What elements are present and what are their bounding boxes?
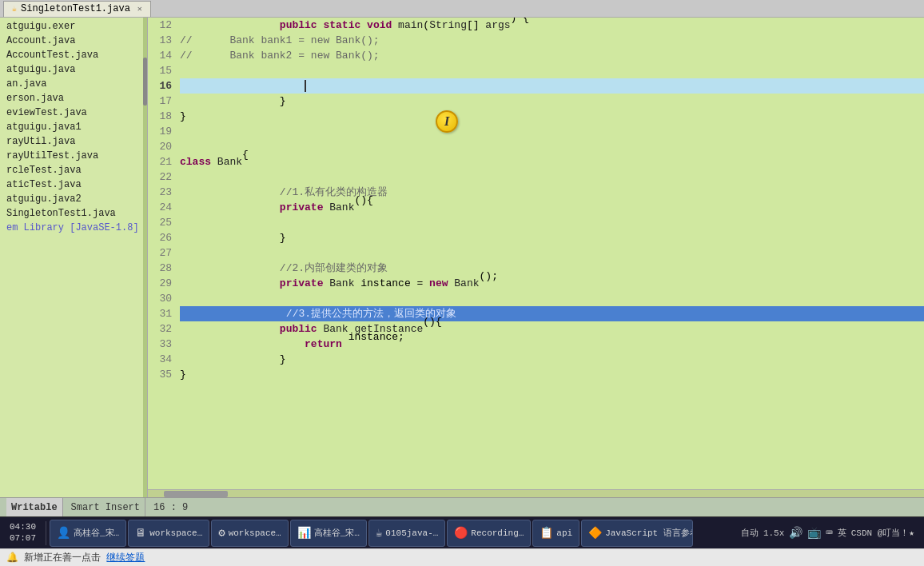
code-line-35: }: [180, 367, 924, 382]
java-file-icon: ☕: [12, 4, 17, 14]
code-line-19: [180, 124, 924, 139]
taskbar-btn-recording-label: Recording…: [471, 528, 524, 538]
tray-auto-label: 自动: [741, 527, 759, 539]
taskbar-btn-api[interactable]: 📋 api: [532, 520, 579, 547]
sidebar-item-rayutil-java[interactable]: rayUtil.java: [0, 134, 147, 149]
sidebar-item-singletontest1[interactable]: SingletonTest1.java: [0, 206, 147, 221]
taskbar-btn-js[interactable]: 🔶 JavaScript 语言参考…: [581, 520, 693, 547]
code-container: I 12 13 14 15 16 17 18 19 20 21 22 23 24: [148, 18, 924, 489]
line-num-29: 29: [148, 276, 172, 291]
taskbar-btn-user-label: 高桂谷_宋…: [74, 527, 119, 539]
line-num-25: 25: [148, 215, 172, 230]
cursor-indicator: I: [436, 110, 458, 133]
monitor-icon: 🖥: [135, 527, 146, 540]
tab-bar: ☕ SingletonTest1.java ✕: [0, 0, 924, 18]
taskbar-btn-js-label: JavaScript 语言参考…: [605, 527, 693, 539]
horizontal-scrollbar[interactable]: [148, 489, 924, 497]
tab-close-icon[interactable]: ✕: [137, 4, 142, 14]
display-icon[interactable]: 📺: [807, 526, 821, 540]
line-num-12: 12: [148, 18, 172, 33]
line-num-33: 33: [148, 337, 172, 352]
notification-bar: 🔔 新增正在善一点击 继续签题: [0, 548, 924, 566]
sidebar-item-accounttest-java[interactable]: AccountTest.java: [0, 48, 147, 62]
sidebar-item-atictest-java[interactable]: aticTest.java: [0, 177, 147, 192]
taskbar-time-line1: 04:30: [10, 522, 36, 532]
line-num-17: 17: [148, 94, 172, 109]
line-num-35: 35: [148, 367, 172, 382]
status-position: 16 : 9: [149, 498, 193, 516]
line-num-19: 19: [148, 124, 172, 139]
taskbar-btn-workspace2-label: workspace…: [229, 528, 281, 538]
editor-tab[interactable]: ☕ SingletonTest1.java ✕: [3, 1, 151, 17]
sidebar-item-eviewtest-java[interactable]: eviewTest.java: [0, 106, 147, 120]
keyboard-icon[interactable]: ⌨: [826, 526, 832, 540]
tab-label: SingletonTest1.java: [21, 3, 130, 14]
code-line-26: }: [180, 230, 924, 245]
status-writable: Writable: [6, 498, 63, 516]
taskbar-btn-workspace1[interactable]: 🖥 workspace…: [128, 520, 209, 547]
sidebar-item-atguigu-java2[interactable]: atguigu.java2: [0, 192, 147, 206]
notification-icon: 🔔: [6, 552, 18, 564]
line-numbers: 12 13 14 15 16 17 18 19 20 21 22 23 24 2…: [148, 18, 177, 489]
line-num-13: 13: [148, 33, 172, 48]
volume-icon[interactable]: 🔊: [789, 526, 803, 540]
sidebar-item-account-java[interactable]: Account.java: [0, 34, 147, 48]
line-num-30: 30: [148, 291, 172, 306]
taskbar-btn-recording[interactable]: 🔴 Recording…: [447, 520, 531, 547]
sidebar-item-rayutiltest-java[interactable]: rayUtilTest.java: [0, 149, 147, 163]
sidebar-item-atguigu-exer[interactable]: atguigu.exer: [0, 19, 147, 34]
taskbar-btn-api-label: api: [556, 528, 572, 538]
user-icon: 👤: [57, 526, 70, 540]
sidebar-item-an-java[interactable]: an.java: [0, 77, 147, 91]
taskbar-btn-java-label: 0105java-…: [385, 528, 438, 538]
line-num-18: 18: [148, 109, 172, 124]
line-num-21: 21: [148, 154, 172, 169]
code-lines[interactable]: public static void main(String[] args) {…: [177, 18, 924, 489]
code-line-28: //2.内部创建类的对象: [180, 261, 924, 276]
code-line-21: class Bank{: [180, 154, 924, 169]
taskbar: 04:30 07:07 👤 高桂谷_宋… 🖥 workspace… ⚙ work…: [0, 516, 924, 548]
line-num-27: 27: [148, 245, 172, 261]
sidebar-item-erson-java[interactable]: erson.java: [0, 91, 147, 106]
code-line-12: public static void main(String[] args) {: [180, 18, 924, 33]
line-num-34: 34: [148, 352, 172, 367]
tray-zoom-label: 1.5x: [763, 528, 784, 538]
line-num-24: 24: [148, 200, 172, 215]
taskbar-btn-java[interactable]: ☕ 0105java-…: [368, 520, 445, 547]
line-num-26: 26: [148, 230, 172, 245]
main-container: ☕ SingletonTest1.java ✕ atguigu.exer Acc…: [0, 0, 924, 566]
taskbar-btn-user[interactable]: 👤 高桂谷_宋…: [50, 520, 126, 547]
line-num-28: 28: [148, 261, 172, 276]
status-smart-insert: Smart Insert: [66, 498, 145, 516]
record-icon: 🔴: [454, 526, 468, 540]
text-cursor: [305, 80, 306, 92]
api-icon: 📋: [540, 526, 553, 540]
taskbar-btn-workspace1-label: workspace…: [149, 528, 202, 538]
sidebar-item-em-library[interactable]: em Library [JavaSE-1.8]: [0, 221, 147, 235]
code-line-30: [180, 291, 924, 306]
line-num-32: 32: [148, 321, 172, 337]
code-line-14: // Bank bank2 = new Bank();: [180, 48, 924, 63]
taskbar-time: 04:30 07:07: [3, 522, 42, 543]
sidebar-item-atguigu-java1[interactable]: atguigu.java1: [0, 120, 147, 134]
line-num-22: 22: [148, 169, 172, 185]
notification-prefix: 新增正在善一点击: [24, 551, 106, 564]
taskbar-btn-workspace2[interactable]: ⚙ workspace…: [211, 520, 288, 547]
sidebar-item-atguigu-java[interactable]: atguigu.java: [0, 62, 147, 77]
taskbar-tray: 自动 1.5x 🔊 📺 ⌨ 英 CSDN @叮当！★: [735, 526, 921, 540]
taskbar-time-line2: 07:07: [10, 533, 36, 544]
code-line-27: [180, 245, 924, 261]
settings-icon: ⚙: [218, 526, 225, 540]
line-num-15: 15: [148, 63, 172, 78]
taskbar-btn-presentation-label: 高桂谷_宋…: [314, 527, 360, 539]
taskbar-btn-presentation[interactable]: 📊 高桂谷_宋…: [290, 520, 367, 547]
content-area: atguigu.exer Account.java AccountTest.ja…: [0, 18, 924, 497]
sidebar-item-rcletest-java[interactable]: rcleTest.java: [0, 163, 147, 177]
code-line-16: [180, 78, 924, 94]
line-num-14: 14: [148, 48, 172, 63]
js-icon: 🔶: [588, 526, 602, 540]
line-num-31: 31: [148, 306, 172, 321]
notification-link[interactable]: 继续签题: [106, 551, 145, 564]
line-num-20: 20: [148, 139, 172, 154]
status-bar: Writable Smart Insert 16 : 9: [0, 497, 924, 516]
